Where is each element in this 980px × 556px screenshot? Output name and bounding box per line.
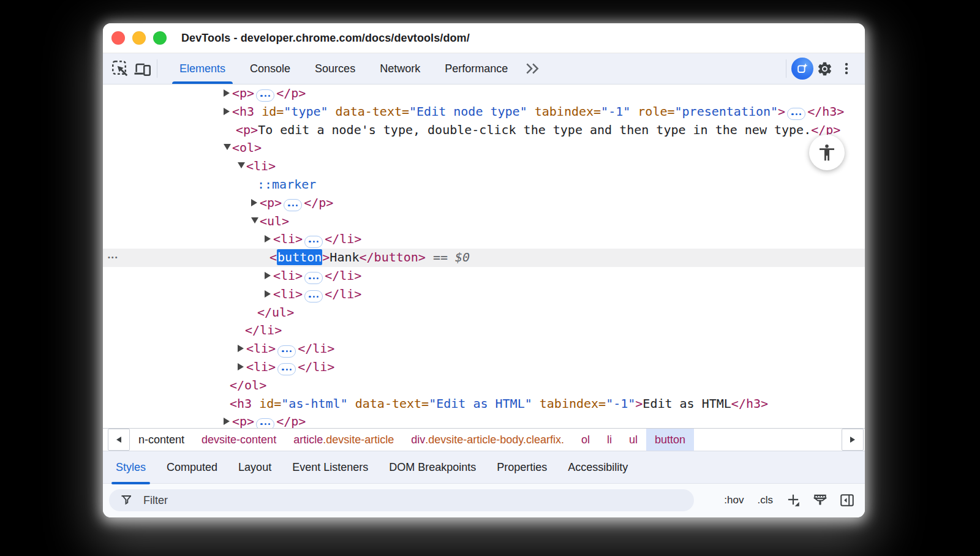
tree-row[interactable]: </ol>: [103, 377, 865, 395]
tab-styles[interactable]: Styles: [105, 451, 156, 483]
breadcrumb-item[interactable]: li: [598, 429, 620, 451]
inline-expand-ellipsis-icon[interactable]: [277, 363, 296, 375]
inline-expand-ellipsis-icon[interactable]: [277, 345, 296, 358]
tree-row[interactable]: </ul>: [103, 304, 865, 322]
tab-properties[interactable]: Properties: [486, 451, 557, 483]
code-token: </p>: [276, 86, 306, 100]
tree-row[interactable]: <ol>: [103, 139, 865, 157]
code-token: $0: [455, 250, 470, 265]
inline-expand-ellipsis-icon[interactable]: [787, 108, 805, 120]
code-token: [328, 104, 336, 119]
device-toolbar-icon[interactable]: [131, 58, 153, 80]
code-token: </li>: [325, 268, 361, 283]
collapse-arrow-icon[interactable]: [224, 144, 231, 150]
tab-elements[interactable]: Elements: [167, 53, 238, 84]
breadcrumb-scroll-right-icon[interactable]: [842, 429, 864, 451]
code-token: data-text=: [336, 104, 409, 119]
tree-row[interactable]: <p></p>: [103, 194, 865, 212]
breadcrumb-item[interactable]: ul: [620, 429, 646, 451]
tab-dom-breakpoints[interactable]: DOM Breakpoints: [379, 451, 486, 483]
tree-row[interactable]: <p></p>: [103, 413, 865, 428]
breadcrumb-item[interactable]: ol: [573, 429, 598, 451]
inline-expand-ellipsis-icon[interactable]: [256, 89, 274, 102]
expand-arrow-icon[interactable]: [238, 363, 244, 370]
new-style-rule-icon[interactable]: [784, 491, 802, 509]
tab-event-listeners[interactable]: Event Listeners: [282, 451, 379, 483]
tab-layout[interactable]: Layout: [228, 451, 282, 483]
main-tabs: ElementsConsoleSourcesNetworkPerformance: [167, 53, 520, 84]
toggle-element-state-button[interactable]: :hov: [722, 494, 746, 506]
toggle-sidebar-panel-icon[interactable]: [838, 491, 856, 509]
collapse-arrow-icon[interactable]: [251, 217, 258, 224]
kebab-menu-icon[interactable]: [835, 58, 858, 80]
code-token: <li>: [246, 359, 276, 374]
tree-row[interactable]: <li></li>: [103, 340, 865, 358]
tree-row[interactable]: <p>To edit a node's type, double-click t…: [103, 121, 865, 140]
breadcrumb-item[interactable]: n-content: [130, 429, 193, 451]
tree-row[interactable]: <h3 id="as-html" data-text="Edit as HTML…: [103, 395, 865, 413]
inline-expand-ellipsis-icon[interactable]: [284, 199, 302, 211]
expand-arrow-icon[interactable]: [224, 108, 230, 115]
more-tabs-icon[interactable]: [521, 58, 543, 80]
code-token: </button>: [360, 250, 426, 265]
close-button[interactable]: [111, 31, 125, 45]
tab-label: DOM Breakpoints: [389, 461, 476, 473]
breadcrumb-scroll-left-icon[interactable]: [108, 429, 130, 451]
tab-network[interactable]: Network: [368, 53, 432, 84]
tab-console[interactable]: Console: [238, 53, 303, 84]
code-token: tabindex=: [540, 396, 606, 411]
inline-expand-ellipsis-icon[interactable]: [304, 236, 323, 248]
filter-pill[interactable]: [109, 489, 694, 511]
breadcrumb-part: ul: [629, 434, 638, 446]
breadcrumb-item[interactable]: devsite-content: [193, 429, 285, 451]
minimize-button[interactable]: [132, 31, 146, 45]
collapse-arrow-icon[interactable]: [238, 162, 245, 168]
expand-arrow-icon[interactable]: [265, 290, 271, 298]
tree-row[interactable]: •••<button>Hank</button> == $0: [103, 249, 865, 267]
inspect-cursor-icon[interactable]: [109, 58, 131, 80]
breadcrumb-part: n-content: [138, 434, 184, 446]
expand-arrow-icon[interactable]: [224, 89, 230, 97]
tree-row[interactable]: <li></li>: [103, 267, 865, 285]
tab-accessibility[interactable]: Accessibility: [557, 451, 638, 483]
expand-arrow-icon[interactable]: [265, 235, 271, 242]
breadcrumb-item[interactable]: div.devsite-article-body.clearfix.: [402, 429, 573, 451]
inline-expand-ellipsis-icon[interactable]: [304, 272, 323, 284]
tab-computed[interactable]: Computed: [156, 451, 228, 483]
breadcrumb: n-contentdevsite-contentarticle.devsite-…: [130, 429, 694, 451]
code-token: >: [778, 104, 785, 119]
tab-sources[interactable]: Sources: [303, 53, 368, 84]
tree-row[interactable]: <li></li>: [103, 358, 865, 377]
accessibility-person-icon[interactable]: [809, 135, 845, 170]
code-token: <h3: [232, 104, 254, 119]
ai-assistance-icon[interactable]: [791, 58, 813, 80]
tree-row[interactable]: <li></li>: [103, 230, 865, 249]
expand-arrow-icon[interactable]: [265, 272, 271, 279]
tree-row[interactable]: <li></li>: [103, 285, 865, 304]
code-token: <li>: [273, 268, 303, 283]
tree-row[interactable]: <p></p>: [103, 85, 865, 103]
breadcrumb-item[interactable]: article.devsite-article: [285, 429, 402, 451]
inline-expand-ellipsis-icon[interactable]: [256, 418, 274, 428]
expand-arrow-icon[interactable]: [251, 199, 257, 206]
tree-row[interactable]: </li>: [103, 321, 865, 340]
expand-arrow-icon[interactable]: [238, 345, 244, 352]
zoom-button[interactable]: [153, 31, 167, 45]
breadcrumb-item[interactable]: button: [646, 429, 694, 451]
breadcrumb-part: .devsite-article: [323, 434, 394, 446]
code-token: <li>: [246, 159, 276, 173]
expand-arrow-icon[interactable]: [224, 418, 230, 425]
code-token: To edit a node's type, double-click the …: [258, 122, 811, 137]
filter-input[interactable]: [142, 494, 512, 508]
gear-icon[interactable]: [813, 58, 835, 80]
tab-performance[interactable]: Performance: [432, 53, 520, 84]
toolbar-divider: [157, 59, 157, 78]
tree-row[interactable]: <h3 id="type" data-text="Edit node type"…: [103, 103, 865, 121]
tree-row[interactable]: ::marker: [103, 176, 865, 194]
rendering-paintbrush-icon[interactable]: [811, 491, 829, 509]
tree-row[interactable]: <li>: [103, 157, 865, 176]
tree-row[interactable]: <ul>: [103, 212, 865, 231]
inline-expand-ellipsis-icon[interactable]: [304, 290, 323, 302]
element-classes-button[interactable]: .cls: [755, 494, 776, 506]
row-menu-dots-icon[interactable]: •••: [108, 249, 119, 267]
